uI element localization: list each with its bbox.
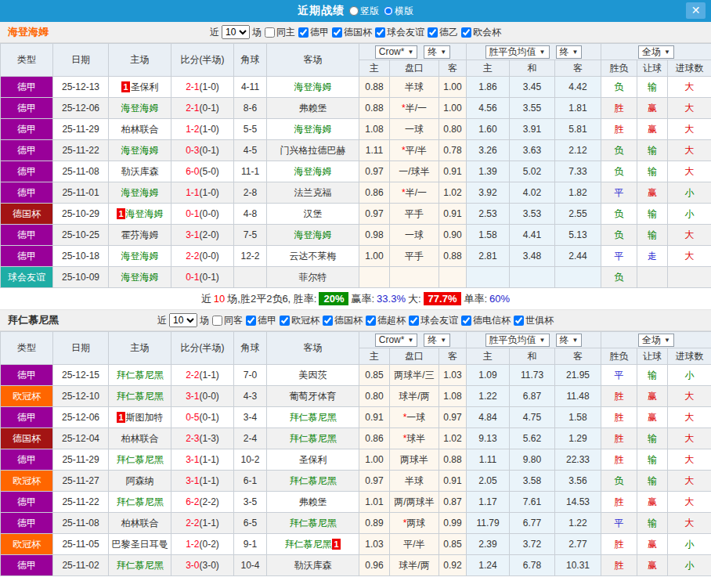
league-checkbox[interactable] xyxy=(428,27,438,38)
cell-away-team: 海登海姆 xyxy=(267,77,359,98)
same-venue-checkbox[interactable] xyxy=(212,316,222,326)
close-button[interactable]: ✕ xyxy=(686,2,706,19)
league-filter-世俱杯[interactable]: 世俱杯 xyxy=(513,314,554,327)
da-label: 大: xyxy=(408,292,421,306)
league-filter-德超杯[interactable]: 德超杯 xyxy=(365,314,406,327)
league-checkbox[interactable] xyxy=(514,316,524,326)
odds-final-dropdown[interactable]: 终▼ xyxy=(424,45,450,59)
summary-count: 10 xyxy=(214,293,225,305)
cell-date: 25-11-22 xyxy=(53,140,109,161)
match-count-select[interactable]: 10 xyxy=(169,313,197,327)
layout-radio-horizontal[interactable] xyxy=(384,6,393,16)
away-team-name: 拜仁慕尼黑 xyxy=(290,412,337,423)
league-filter-德甲[interactable]: 德甲 xyxy=(245,314,276,327)
cell-avg-draw: 3.58 xyxy=(510,471,555,492)
league-filter-德乙[interactable]: 德乙 xyxy=(427,26,458,39)
cell-odds-home: 0.86 xyxy=(359,428,390,449)
cell-avg-away: 1.81 xyxy=(555,98,601,119)
away-team-name: 汉堡 xyxy=(304,208,323,219)
cell-away-team: 弗赖堡 xyxy=(267,492,359,513)
league-filter-德国杯[interactable]: 德国杯 xyxy=(331,26,372,39)
odds-source-dropdown[interactable]: Crow*▼ xyxy=(375,45,418,59)
odds-source-dropdown[interactable]: Crow*▼ xyxy=(375,334,418,347)
league-checkbox[interactable] xyxy=(461,27,471,38)
home-team-name: 拜仁慕尼黑 xyxy=(117,391,164,402)
league-filter-德甲[interactable]: 德甲 xyxy=(298,26,329,39)
match-row: 德甲25-12-06海登海姆2-1(0-1)8-6弗赖堡0.88*半/一1.00… xyxy=(1,98,711,119)
avg-final-dropdown[interactable]: 终▼ xyxy=(556,334,583,347)
cell-corner: 3-4 xyxy=(234,407,267,428)
cell-result-wdl: 胜 xyxy=(601,534,637,555)
match-row: 德甲25-10-18海登海姆2-2(0-0)12-2云达不莱梅1.00平手0.8… xyxy=(1,246,711,267)
league-checkbox[interactable] xyxy=(409,316,419,326)
col-header-home: 主场 xyxy=(109,332,171,365)
cell-competition-type: 德国杯 xyxy=(1,428,53,449)
cell-score: 2-2(1-1) xyxy=(171,513,234,534)
cell-result-wdl: 负 xyxy=(601,161,637,182)
cell-handicap: 平手 xyxy=(390,204,439,225)
league-checkbox[interactable] xyxy=(246,316,256,326)
league-filter-球会友谊[interactable]: 球会友谊 xyxy=(374,26,424,39)
scope-dropdown[interactable]: 全场▼ xyxy=(638,45,674,59)
cell-date: 25-10-18 xyxy=(53,246,109,267)
cell-result-handicap: 输 xyxy=(637,161,668,182)
cell-score: 1-1(1-0) xyxy=(171,182,234,204)
cell-competition-type: 欧冠杯 xyxy=(1,534,53,555)
cell-score: 3-0(3-0) xyxy=(171,555,234,576)
league-label: 球会友谊 xyxy=(420,314,458,327)
league-filter-球会友谊[interactable]: 球会友谊 xyxy=(408,314,458,327)
cell-corner: 7-0 xyxy=(234,365,267,386)
avg-dropdown[interactable]: 胜平负均值▼ xyxy=(485,45,550,59)
cell-avg-draw: 3.72 xyxy=(510,534,555,555)
away-team-name: 海登海姆 xyxy=(294,124,332,135)
cell-away-team: 圣保利 xyxy=(267,449,359,471)
league-checkbox[interactable] xyxy=(280,316,290,326)
same-venue-checkbox[interactable] xyxy=(265,27,275,38)
cell-corner: 6-1 xyxy=(234,471,267,492)
same-venue-filter[interactable]: 同主 xyxy=(264,26,295,39)
avg-dropdown[interactable]: 胜平负均值▼ xyxy=(485,334,550,347)
cell-score: 2-2(1-1) xyxy=(171,365,234,386)
cell-odds-away: 1.02 xyxy=(439,182,467,204)
cell-score: 3-1(1-1) xyxy=(171,471,234,492)
league-filter-欧会杯[interactable]: 欧会杯 xyxy=(460,26,501,39)
cell-competition-type: 德甲 xyxy=(1,98,53,119)
league-checkbox[interactable] xyxy=(461,316,471,326)
cell-result-wdl: 负 xyxy=(601,471,637,492)
cell-date: 25-12-10 xyxy=(53,386,109,407)
cell-odds-away: 0.91 xyxy=(439,204,467,225)
league-checkbox[interactable] xyxy=(366,316,376,326)
cell-competition-type: 欧冠杯 xyxy=(1,386,53,407)
league-filter-欧冠杯[interactable]: 欧冠杯 xyxy=(279,314,319,327)
summary-near-label: 近 xyxy=(201,292,211,306)
cell-away-team: 拜仁慕尼黑 xyxy=(267,407,359,428)
cell-result-handicap: 走 xyxy=(637,246,668,267)
cell-handicap: 一球 xyxy=(390,225,439,246)
odds-final-dropdown[interactable]: 终▼ xyxy=(424,334,450,347)
league-checkbox[interactable] xyxy=(375,27,385,38)
cell-odds-home: 1.01 xyxy=(359,492,390,513)
league-checkbox[interactable] xyxy=(298,27,309,38)
away-team-name: 拜仁慕尼黑 xyxy=(284,539,331,550)
layout-option-vertical[interactable]: 竖版 xyxy=(349,5,379,18)
cell-competition-type: 德甲 xyxy=(1,182,53,204)
away-team-name: 海登海姆 xyxy=(294,81,332,92)
scope-dropdown[interactable]: 全场▼ xyxy=(638,334,674,347)
cell-odds-home: 1.03 xyxy=(359,534,390,555)
league-filter-德电信杯[interactable]: 德电信杯 xyxy=(460,314,511,327)
cell-result-goals: 大 xyxy=(668,471,711,492)
layout-option-horizontal[interactable]: 横版 xyxy=(384,5,413,18)
same-venue-filter[interactable]: 同客 xyxy=(211,314,243,327)
cell-score: 6-2(2-2) xyxy=(171,492,234,513)
cell-score: 3-1(1-1) xyxy=(171,449,234,471)
cell-away-team: 法兰克福 xyxy=(267,182,359,204)
avg-final-dropdown[interactable]: 终▼ xyxy=(556,45,583,59)
cell-avg-home: 1.17 xyxy=(467,492,510,513)
cell-result-wdl: 平 xyxy=(601,182,637,204)
cell-result-goals: 大 xyxy=(668,428,711,449)
layout-radio-vertical[interactable] xyxy=(349,6,359,16)
league-checkbox[interactable] xyxy=(323,316,333,326)
league-filter-德国杯[interactable]: 德国杯 xyxy=(322,314,363,327)
match-count-select[interactable]: 10 xyxy=(222,25,250,39)
league-checkbox[interactable] xyxy=(332,27,342,38)
